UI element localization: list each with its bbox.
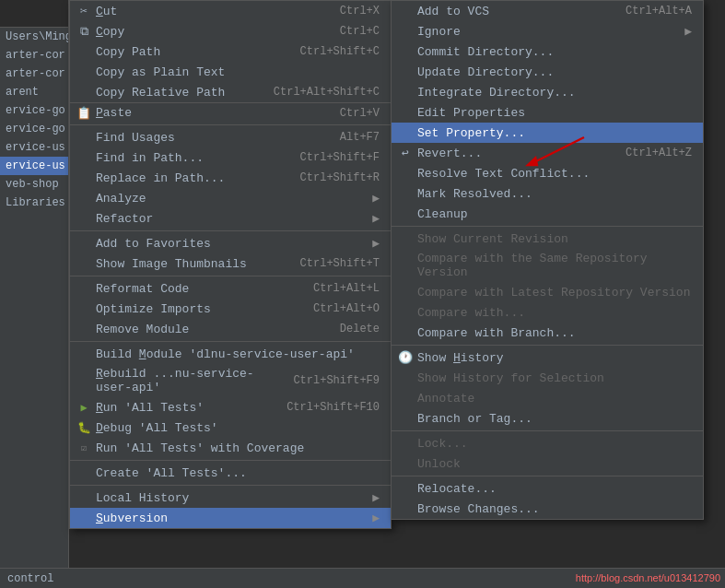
copy-icon: ⧉ bbox=[76, 25, 92, 39]
run-icon: ▶ bbox=[76, 401, 92, 415]
compare-branch-label: Compare with Branch... bbox=[417, 326, 576, 340]
add-favorites-label: Add to Favorites bbox=[96, 237, 211, 251]
menu-paste[interactable]: 📋 Paste Ctrl+V bbox=[70, 102, 391, 123]
sub-set-property[interactable]: Set Property... bbox=[392, 123, 703, 143]
sub-commit-dir[interactable]: Commit Directory... bbox=[392, 41, 703, 62]
rebuild-label: Rebuild ...nu-service-user-api' bbox=[96, 367, 275, 394]
menu-rebuild[interactable]: Rebuild ...nu-service-user-api' Ctrl+Shi… bbox=[70, 364, 391, 397]
find-usages-label: Find Usages bbox=[96, 131, 175, 145]
menu-copy-plain[interactable]: Copy as Plain Text bbox=[70, 62, 391, 82]
menu-run-tests[interactable]: ▶ Run 'All Tests' Ctrl+Shift+F10 bbox=[70, 397, 391, 417]
show-revision-label: Show Current Revision bbox=[417, 232, 568, 246]
optimize-imports-label: Optimize Imports bbox=[96, 302, 211, 316]
run-tests-label: Run 'All Tests' bbox=[96, 401, 204, 415]
sidebar-item-7[interactable]: ervice-us bbox=[0, 157, 68, 175]
local-history-label: Local History bbox=[96, 491, 189, 505]
sub-annotate[interactable]: Annotate bbox=[392, 388, 703, 408]
menu-find-in-path[interactable]: Find in Path... Ctrl+Shift+F bbox=[70, 147, 391, 168]
ignore-arrow-icon: ▶ bbox=[684, 24, 692, 39]
update-dir-label: Update Directory... bbox=[417, 65, 554, 79]
replace-in-path-label: Replace in Path... bbox=[96, 171, 225, 185]
sub-sep-2 bbox=[392, 345, 703, 346]
show-history-selection-label: Show History for Selection bbox=[417, 371, 604, 385]
run-coverage-label: Run 'All Tests' with Coverage bbox=[96, 441, 304, 455]
sep-6 bbox=[70, 485, 391, 486]
copy-path-shortcut: Ctrl+Shift+C bbox=[300, 45, 380, 58]
menu-remove-module[interactable]: Remove Module Delete bbox=[70, 319, 391, 339]
menu-cut[interactable]: ✂ Cut Ctrl+X bbox=[70, 1, 391, 21]
sub-compare-with[interactable]: Compare with... bbox=[392, 302, 703, 323]
sep-2 bbox=[70, 230, 391, 231]
menu-copy-relative[interactable]: Copy Relative Path Ctrl+Alt+Shift+C bbox=[70, 82, 391, 102]
menu-refactor[interactable]: Refactor ▶ bbox=[70, 208, 391, 229]
sub-show-history-selection[interactable]: Show History for Selection bbox=[392, 368, 703, 388]
sub-compare-branch[interactable]: Compare with Branch... bbox=[392, 323, 703, 343]
watermark: http://blog.csdn.net/u013412790 bbox=[576, 572, 720, 583]
analyze-arrow-icon: ▶ bbox=[372, 191, 380, 206]
sub-branch-tag[interactable]: Branch or Tag... bbox=[392, 408, 703, 429]
sidebar-item-3[interactable]: arent bbox=[0, 83, 68, 101]
debug-icon: 🐛 bbox=[76, 421, 92, 435]
commit-dir-label: Commit Directory... bbox=[417, 45, 554, 59]
menu-optimize-imports[interactable]: Optimize Imports Ctrl+Alt+O bbox=[70, 299, 391, 319]
cleanup-label: Cleanup bbox=[417, 207, 468, 221]
find-in-path-label: Find in Path... bbox=[96, 151, 204, 165]
sub-lock[interactable]: Lock... bbox=[392, 433, 703, 453]
sidebar-item-6[interactable]: ervice-us bbox=[0, 138, 68, 157]
sub-ignore[interactable]: Ignore ▶ bbox=[392, 21, 703, 41]
menu-create-tests[interactable]: Create 'All Tests'... bbox=[70, 463, 391, 483]
run-tests-shortcut: Ctrl+Shift+F10 bbox=[286, 401, 380, 414]
sub-add-vcs[interactable]: Add to VCS Ctrl+Alt+A bbox=[392, 1, 703, 21]
sub-cleanup[interactable]: Cleanup bbox=[392, 204, 703, 224]
menu-add-favorites[interactable]: Add to Favorites ▶ bbox=[70, 233, 391, 253]
sub-update-dir[interactable]: Update Directory... bbox=[392, 62, 703, 82]
branch-tag-label: Branch or Tag... bbox=[417, 412, 532, 426]
sub-compare-latest[interactable]: Compare with Latest Repository Version bbox=[392, 282, 703, 302]
sidebar-item-5[interactable]: ervice-go bbox=[0, 120, 68, 138]
sub-compare-same[interactable]: Compare with the Same Repository Version bbox=[392, 249, 703, 282]
sidebar-item-9[interactable]: Libraries bbox=[0, 194, 68, 212]
menu-build-module[interactable]: Build Module 'dlnu-service-user-api' bbox=[70, 344, 391, 364]
analyze-label: Analyze bbox=[96, 192, 146, 206]
menu-debug-tests[interactable]: 🐛 Debug 'All Tests' bbox=[70, 417, 391, 438]
reformat-shortcut: Ctrl+Alt+L bbox=[313, 282, 380, 295]
sub-sep-1 bbox=[392, 226, 703, 227]
paste-label: Paste bbox=[96, 106, 132, 120]
integrate-dir-label: Integrate Directory... bbox=[417, 86, 576, 100]
show-history-label: Show History bbox=[417, 351, 504, 365]
sub-unlock[interactable]: Unlock bbox=[392, 453, 703, 474]
sep-4 bbox=[70, 341, 391, 342]
resolve-conflict-label: Resolve Text Conflict... bbox=[417, 167, 590, 181]
menu-reformat[interactable]: Reformat Code Ctrl+Alt+L bbox=[70, 278, 391, 299]
relocate-label: Relocate... bbox=[417, 482, 497, 496]
sub-show-revision[interactable]: Show Current Revision bbox=[392, 229, 703, 249]
lock-label: Lock... bbox=[417, 437, 468, 451]
sub-resolve-conflict[interactable]: Resolve Text Conflict... bbox=[392, 163, 703, 183]
copy-path-label: Copy Path bbox=[96, 45, 160, 59]
menu-local-history[interactable]: Local History ▶ bbox=[70, 488, 391, 508]
menu-show-thumbnails[interactable]: Show Image Thumbnails Ctrl+Shift+T bbox=[70, 253, 391, 274]
sidebar-item-2[interactable]: arter-cor bbox=[0, 65, 68, 83]
menu-subversion[interactable]: Subversion ▶ bbox=[70, 508, 391, 528]
sidebar-item-0[interactable]: Users\Ming bbox=[0, 28, 68, 46]
edit-properties-label: Edit Properties bbox=[417, 106, 525, 120]
sub-show-history[interactable]: 🕐 Show History bbox=[392, 347, 703, 368]
menu-find-usages[interactable]: Find Usages Alt+F7 bbox=[70, 127, 391, 147]
sub-edit-properties[interactable]: Edit Properties bbox=[392, 102, 703, 123]
sub-relocate[interactable]: Relocate... bbox=[392, 478, 703, 499]
compare-same-label: Compare with the Same Repository Version bbox=[417, 252, 692, 279]
menu-replace-in-path[interactable]: Replace in Path... Ctrl+Shift+R bbox=[70, 168, 391, 188]
menu-analyze[interactable]: Analyze ▶ bbox=[70, 188, 391, 208]
sub-mark-resolved[interactable]: Mark Resolved... bbox=[392, 183, 703, 204]
menu-run-coverage[interactable]: ☑ Run 'All Tests' with Coverage bbox=[70, 438, 391, 458]
sidebar-item-4[interactable]: ervice-go bbox=[0, 101, 68, 120]
show-thumbnails-label: Show Image Thumbnails bbox=[96, 257, 247, 271]
menu-copy-path[interactable]: Copy Path Ctrl+Shift+C bbox=[70, 41, 391, 62]
sub-sep-3 bbox=[392, 430, 703, 431]
sub-revert[interactable]: ↩ Revert... Ctrl+Alt+Z bbox=[392, 143, 703, 163]
sidebar-item-1[interactable]: arter-cor bbox=[0, 46, 68, 65]
sub-integrate-dir[interactable]: Integrate Directory... bbox=[392, 82, 703, 102]
sub-browse-changes[interactable]: Browse Changes... bbox=[392, 499, 703, 519]
sidebar-item-8[interactable]: veb-shop bbox=[0, 175, 68, 194]
menu-copy[interactable]: ⧉ Copy Ctrl+C bbox=[70, 21, 391, 41]
